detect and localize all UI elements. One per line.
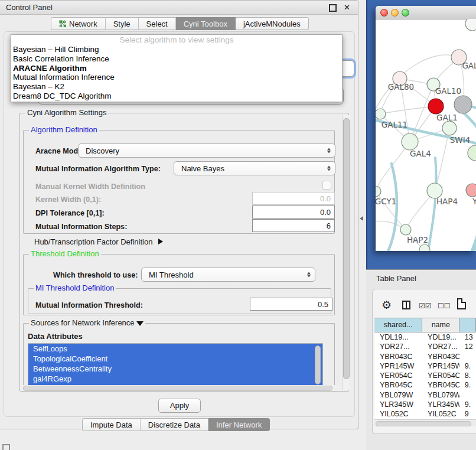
network-node[interactable] bbox=[468, 145, 476, 161]
node-label: GAL bbox=[462, 61, 476, 70]
aracne-mode-combobox[interactable]: Discovery bbox=[78, 144, 335, 158]
tab-impute-data[interactable]: Impute Data bbox=[82, 418, 141, 431]
attribute-list-item[interactable]: gal4RGexp bbox=[28, 374, 322, 384]
new-table-icon[interactable] bbox=[457, 298, 466, 309]
close-traffic-light-icon[interactable] bbox=[380, 9, 388, 17]
minimize-traffic-light-icon[interactable] bbox=[391, 9, 399, 17]
network-node[interactable] bbox=[376, 186, 381, 197]
tab-select[interactable]: Select bbox=[139, 17, 176, 30]
collapse-arrow-icon[interactable] bbox=[136, 321, 144, 326]
table-cell: YBR043C bbox=[374, 352, 422, 361]
network-edge[interactable] bbox=[428, 158, 436, 251]
tab-style[interactable]: Style bbox=[106, 17, 139, 30]
tab-cyni-toolbox[interactable]: Cyni Toolbox bbox=[176, 17, 236, 30]
network-node[interactable] bbox=[376, 109, 386, 119]
close-icon[interactable]: ✕ bbox=[344, 2, 350, 14]
settings-vertical-scrollbar[interactable] bbox=[342, 115, 350, 390]
table-row[interactable]: YPR145WYPR145W9. bbox=[374, 361, 476, 371]
control-panel-tabbar: Network Style Select Cyni Toolbox jActiv… bbox=[51, 17, 309, 30]
network-node[interactable] bbox=[400, 224, 411, 235]
algorithm-option[interactable]: Basic Correlation Inference bbox=[11, 54, 342, 64]
table-row[interactable]: YDL19...YDL19...13 bbox=[374, 332, 476, 342]
table-panel-title: Table Panel bbox=[376, 274, 416, 283]
mi-type-combobox[interactable]: Naive Bayes bbox=[174, 161, 335, 175]
mi-type-label: Mutual Information Algorithm Type: bbox=[35, 165, 161, 173]
select-all-icon[interactable]: ☑☑ bbox=[419, 302, 432, 310]
mi-threshold-field[interactable]: 0.5 bbox=[250, 298, 332, 311]
mi-steps-field[interactable]: 6 bbox=[252, 219, 335, 232]
combo-stepper-icon bbox=[327, 166, 331, 171]
gear-icon[interactable]: ⚙ bbox=[382, 299, 392, 312]
table-column-header[interactable]: shared... bbox=[374, 318, 422, 332]
attribute-list-item[interactable]: SelfLoops bbox=[28, 344, 322, 354]
algorithm-option[interactable]: Mutual Information Inference bbox=[11, 73, 342, 82]
tab-discretize-data[interactable]: Discretize Data bbox=[141, 418, 208, 431]
deselect-all-icon[interactable]: ☐☐ bbox=[438, 302, 451, 310]
column-layout-icon[interactable] bbox=[402, 301, 410, 309]
table-row[interactable]: YDR27...YDR27...12 bbox=[374, 342, 476, 351]
table-row[interactable]: YIL052CYIL052C9 bbox=[374, 409, 476, 419]
attribute-list-item[interactable]: BetweennessCentrality bbox=[28, 364, 322, 374]
table-horizontal-scrollbar[interactable] bbox=[374, 419, 476, 426]
network-node[interactable] bbox=[454, 96, 472, 113]
table-row[interactable]: YBR043CYBR043C bbox=[374, 352, 476, 361]
network-node[interactable] bbox=[428, 99, 444, 114]
algorithm-option[interactable]: ARACNE Algorithm bbox=[11, 64, 342, 73]
which-threshold-value: MI Threshold bbox=[149, 270, 194, 279]
node-label: HAP4 bbox=[436, 197, 458, 206]
group-title: Threshold Definition bbox=[29, 250, 101, 258]
table-row[interactable]: YBR045CYBR045C9. bbox=[374, 380, 476, 390]
attribute-list-item[interactable]: TopologicalCoefficient bbox=[28, 354, 322, 364]
table-cell: 9. bbox=[459, 400, 476, 409]
scrollbar-thumb[interactable] bbox=[23, 386, 332, 391]
scrollbar-thumb[interactable] bbox=[343, 118, 350, 379]
network-node[interactable] bbox=[466, 184, 476, 197]
tab-infer-network[interactable]: Infer Network bbox=[208, 418, 270, 431]
network-window-titlebar[interactable] bbox=[376, 6, 476, 19]
hub-definition-expander[interactable]: Hub/Transcription Factor Definition bbox=[34, 237, 163, 246]
panel-divider-arrow-icon[interactable] bbox=[360, 216, 363, 221]
manual-kernel-checkbox[interactable] bbox=[322, 181, 331, 190]
table-column-header[interactable] bbox=[459, 318, 476, 332]
which-threshold-combobox[interactable]: MI Threshold bbox=[141, 268, 315, 282]
network-edge[interactable] bbox=[463, 227, 476, 251]
dropdown-placeholder: Select algorithm to view settings bbox=[11, 35, 342, 45]
table-body: YDL19...YDL19...13YDR27...YDR27...12YBR0… bbox=[374, 332, 476, 419]
control-panel-titlebar: Control Panel ✕ bbox=[0, 1, 358, 15]
algorithm-option[interactable]: Dream8 DC_TDC Algorithm bbox=[11, 92, 342, 101]
node-label: GCY1 bbox=[376, 197, 396, 206]
table-cell: YER054C bbox=[422, 371, 459, 380]
zoom-traffic-light-icon[interactable] bbox=[402, 9, 409, 17]
table-cell: YIL052C bbox=[422, 409, 459, 419]
settings-horizontal-scrollbar[interactable] bbox=[22, 385, 341, 391]
cyni-algorithm-settings-group: Cyni Algorithm Settings Algorithm Defini… bbox=[19, 113, 349, 392]
algorithm-option[interactable]: Bayesian – K2 bbox=[11, 82, 342, 92]
table-cell: YER054C bbox=[374, 371, 422, 380]
dpi-tolerance-field[interactable]: 0.0 bbox=[252, 206, 335, 219]
tab-network[interactable]: Network bbox=[51, 17, 106, 30]
network-node[interactable] bbox=[465, 19, 476, 31]
minimized-panel-icon[interactable] bbox=[2, 444, 10, 450]
apply-button[interactable]: Apply bbox=[158, 399, 201, 413]
table-column-header[interactable]: name bbox=[422, 318, 459, 332]
table-row[interactable]: YBL079WYBL079W bbox=[374, 390, 476, 400]
algorithm-definition-group: Algorithm Definition Aracne Mode: Discov… bbox=[23, 130, 335, 234]
table-row[interactable]: YLR345WYLR345W9. bbox=[374, 400, 476, 409]
tab-label: Cyni Toolbox bbox=[184, 19, 227, 28]
network-node[interactable] bbox=[402, 133, 418, 150]
network-edge[interactable] bbox=[386, 164, 397, 251]
data-attributes-list[interactable]: SelfLoopsTopologicalCoefficientBetweenne… bbox=[28, 343, 323, 387]
table-cell: YLR345W bbox=[422, 400, 459, 409]
scrollbar-thumb[interactable] bbox=[376, 421, 471, 426]
tab-jactivemnodules[interactable]: jActiveMNodules bbox=[236, 17, 309, 30]
node-label: GAL11 bbox=[382, 120, 407, 129]
float-window-icon[interactable] bbox=[329, 4, 337, 12]
list-scrollbar-thumb[interactable] bbox=[315, 345, 321, 384]
network-node[interactable] bbox=[442, 121, 457, 135]
network-canvas[interactable]: GALGAL80GAL10GAL11GAL1GAL4SWI4GCY1HAP4YH… bbox=[376, 19, 476, 251]
table-row[interactable]: YER054CYER054C8. bbox=[374, 371, 476, 380]
algorithm-option[interactable]: Bayesian – Hill Climbing bbox=[11, 45, 342, 54]
kernel-width-field[interactable]: 0.0 bbox=[252, 192, 335, 205]
network-edge[interactable] bbox=[380, 106, 436, 114]
dpi-tolerance-label: DPI Tolerance [0,1]: bbox=[35, 209, 105, 217]
